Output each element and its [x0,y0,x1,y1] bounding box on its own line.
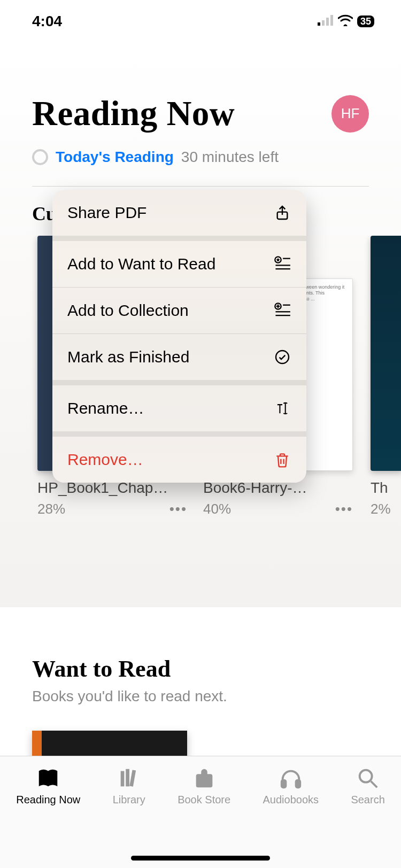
svg-rect-0 [318,22,320,26]
tab-label: Search [351,794,384,806]
book-item[interactable]: Th 2% [371,236,401,517]
status-indicators: 35 [318,14,374,28]
svg-rect-20 [296,780,300,787]
menu-rename[interactable]: Rename… [52,380,306,431]
status-time: 4:04 [32,13,62,30]
share-icon [273,204,291,222]
svg-rect-1 [322,20,325,26]
menu-label: Rename… [67,399,144,417]
tab-reading-now[interactable]: Reading Now [16,766,80,868]
check-circle-icon [273,348,291,366]
svg-rect-19 [282,780,286,787]
menu-add-collection[interactable]: Add to Collection [52,287,306,334]
menu-mark-finished[interactable]: Mark as Finished [52,334,306,380]
search-icon [356,766,380,790]
battery-icon: 35 [357,15,374,27]
menu-label: Share PDF [67,204,146,222]
book-progress: 2% [371,501,391,517]
tab-audiobooks[interactable]: Audiobooks [263,766,319,868]
book-progress: 40% [203,501,231,517]
svg-rect-18 [129,770,136,786]
book-more-button[interactable]: ••• [335,501,353,517]
book-spine [32,731,42,756]
svg-rect-2 [326,18,329,26]
book-cover[interactable] [371,236,401,471]
headphones-icon [279,766,303,790]
status-bar: 4:04 35 [0,0,401,43]
svg-rect-3 [330,15,333,26]
book-more-button[interactable]: ••• [169,501,187,517]
text-cursor-icon [273,399,291,417]
menu-label: Mark as Finished [67,348,189,366]
want-to-read-section: Want to Read Books you'd like to read ne… [0,607,401,756]
reading-goal-row[interactable]: Today's Reading 30 minutes left [32,149,369,166]
tab-label: Book Store [178,794,230,806]
want-title: Want to Read [32,655,369,683]
want-book-cover[interactable]: THE ART OF WAR [32,731,187,756]
tab-book-store[interactable]: Book Store [178,766,230,868]
account-avatar[interactable]: HF [331,95,369,133]
book-open-icon [36,766,60,790]
tab-label: Audiobooks [263,794,319,806]
tab-bar: Reading Now Library Book Store Audiobook… [0,756,401,868]
svg-line-22 [371,781,377,788]
goal-progress-circle [32,149,48,165]
svg-rect-16 [121,771,125,787]
page-title: Reading Now [32,94,235,134]
goal-remaining: 30 minutes left [181,149,279,166]
cellular-icon [318,15,334,28]
book-context-menu: Share PDF Add to Want to Read Add to Col… [52,190,306,483]
svg-rect-17 [126,769,129,787]
menu-label: Add to Collection [67,301,189,320]
trash-icon [273,451,291,469]
menu-add-want-to-read[interactable]: Add to Want to Read [52,236,306,287]
wifi-icon [338,14,353,28]
bag-icon [192,766,217,790]
home-indicator[interactable] [131,856,270,861]
tab-label: Library [113,794,145,806]
library-icon [117,766,141,790]
plus-list-icon [273,301,291,320]
tab-library[interactable]: Library [113,766,145,868]
tab-search[interactable]: Search [351,766,384,868]
book-progress: 28% [37,501,65,517]
menu-remove[interactable]: Remove… [52,431,306,483]
want-subtitle: Books you'd like to read next. [32,688,369,705]
menu-share-pdf[interactable]: Share PDF [52,190,306,236]
star-list-icon [273,255,291,273]
tab-label: Reading Now [16,794,80,806]
svg-point-15 [276,351,289,363]
goal-link[interactable]: Today's Reading [56,149,174,166]
menu-label: Remove… [67,451,143,469]
book-title: Th [371,479,401,497]
svg-point-21 [360,770,372,782]
menu-label: Add to Want to Read [67,255,215,273]
